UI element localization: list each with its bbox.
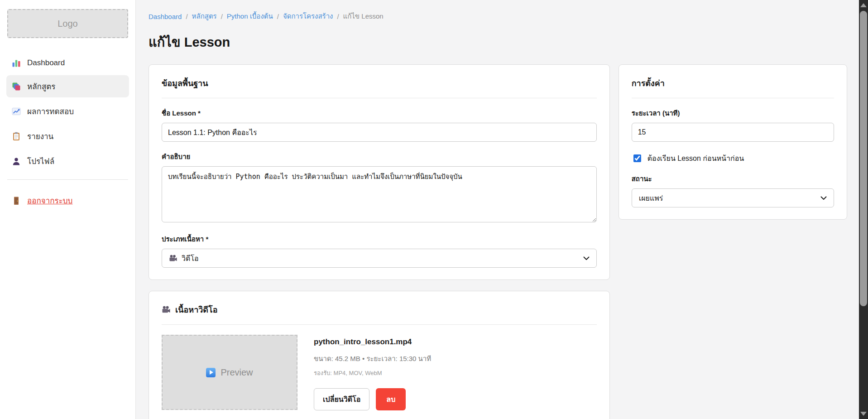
chevron-down-icon: [583, 256, 590, 260]
video-card-title-label: เนื้อหาวิดีโอ: [175, 303, 218, 316]
sidebar-item-courses[interactable]: หลักสูตร: [6, 75, 129, 97]
lesson-name-input[interactable]: [162, 123, 597, 142]
card-divider: [632, 98, 834, 98]
bar-chart-icon: [12, 58, 21, 67]
breadcrumb-link-course[interactable]: Python เบื้องต้น: [227, 11, 273, 22]
logo-label: Logo: [58, 19, 78, 29]
movie-camera-icon: [162, 305, 171, 314]
chart-up-icon: [12, 107, 21, 116]
sidebar-item-label: โปรไฟล์: [27, 155, 54, 167]
sidebar-item-label: รายงาน: [27, 130, 53, 142]
video-row: Preview python_intro_lesson1.mp4 ขนาด: 4…: [162, 335, 597, 410]
breadcrumb-link-courses[interactable]: หลักสูตร: [192, 11, 217, 22]
page-title: แก้ไข Lesson: [149, 32, 847, 53]
video-details: python_intro_lesson1.mp4 ขนาด: 45.2 MB •…: [314, 335, 431, 410]
main-content: Dashboard / หลักสูตร / Python เบื้องต้น …: [136, 0, 859, 419]
video-formats: รองรับ: MP4, MOV, WebM: [314, 368, 431, 378]
basic-info-title: ข้อมูลพื้นฐาน: [162, 77, 597, 90]
sidebar-item-label: หลักสูตร: [27, 80, 55, 92]
card-divider: [162, 324, 597, 325]
door-icon: [12, 196, 21, 205]
books-icon: [12, 82, 21, 91]
prerequisite-checkbox[interactable]: [633, 154, 641, 162]
content-type-select[interactable]: วิดีโอ: [162, 249, 597, 268]
left-column: ข้อมูลพื้นฐาน ชื่อ Lesson * คำอธิบาย บทเ…: [149, 64, 610, 419]
video-content-card: เนื้อหาวิดีโอ Preview python_intro_lesso…: [149, 291, 610, 419]
prerequisite-label: ต้องเรียน Lesson ก่อนหน้าก่อน: [647, 153, 744, 164]
clipboard-icon: [12, 132, 21, 141]
video-meta: ขนาด: 45.2 MB • ระยะเวลา: 15:30 นาที: [314, 353, 431, 364]
prerequisite-row: ต้องเรียน Lesson ก่อนหน้าก่อน: [632, 153, 834, 164]
breadcrumb-separator: /: [186, 13, 187, 20]
logout-link[interactable]: ออกจากระบบ: [6, 191, 78, 210]
content-layout: ข้อมูลพื้นฐาน ชื่อ Lesson * คำอธิบาย บทเ…: [149, 64, 847, 419]
lesson-name-label: ชื่อ Lesson *: [162, 108, 597, 119]
description-label: คำอธิบาย: [162, 151, 597, 162]
scrollbar-thumb[interactable]: [860, 11, 867, 306]
sidebar-item-profile[interactable]: โปรไฟล์: [6, 150, 129, 172]
breadcrumb-separator: /: [221, 13, 223, 20]
breadcrumb-separator: /: [337, 13, 339, 20]
video-filename: python_intro_lesson1.mp4: [314, 337, 431, 347]
duration-input[interactable]: [632, 123, 834, 142]
settings-title: การตั้งค่า: [632, 77, 834, 90]
video-preview[interactable]: Preview: [162, 335, 297, 410]
breadcrumb: Dashboard / หลักสูตร / Python เบื้องต้น …: [149, 11, 847, 22]
person-icon: [12, 157, 21, 166]
delete-video-button[interactable]: ลบ: [376, 388, 406, 410]
breadcrumb-link-structure[interactable]: จัดการโครงสร้าง: [283, 11, 333, 22]
basic-info-card: ข้อมูลพื้นฐาน ชื่อ Lesson * คำอธิบาย บทเ…: [149, 64, 610, 280]
play-icon: [206, 368, 216, 377]
sidebar-item-label: ผลการทดสอบ: [27, 105, 74, 117]
breadcrumb-separator: /: [277, 13, 279, 20]
sidebar-divider: [7, 179, 128, 180]
status-label: สถานะ: [632, 173, 834, 184]
scroll-down-arrow-icon[interactable]: [860, 412, 867, 416]
video-buttons: เปลี่ยนวิดีโอ ลบ: [314, 388, 431, 410]
card-divider: [162, 98, 597, 98]
right-column: การตั้งค่า ระยะเวลา (นาที) ต้องเรียน Les…: [619, 64, 847, 220]
duration-label: ระยะเวลา (นาที): [632, 108, 834, 119]
preview-label: Preview: [221, 367, 253, 378]
sidebar-item-reports[interactable]: รายงาน: [6, 125, 129, 147]
logo: Logo: [7, 9, 128, 38]
breadcrumb-current: แก้ไข Lesson: [343, 11, 384, 22]
breadcrumb-link-dashboard[interactable]: Dashboard: [149, 13, 182, 20]
sidebar-item-label: Dashboard: [27, 58, 65, 67]
status-select[interactable]: เผยแพร่: [632, 188, 834, 207]
sidebar: Logo Dashboard หลักสูตร ผ: [0, 0, 136, 419]
description-textarea[interactable]: บทเรียนนี้จะอธิบายว่า Python คืออะไร ประ…: [162, 166, 597, 222]
change-video-button[interactable]: เปลี่ยนวิดีโอ: [314, 388, 369, 410]
chevron-down-icon: [820, 196, 827, 200]
content-type-value: วิดีโอ: [182, 253, 199, 264]
sidebar-item-test-results[interactable]: ผลการทดสอบ: [6, 100, 129, 122]
sidebar-item-dashboard[interactable]: Dashboard: [6, 53, 129, 72]
status-value: เผยแพร่: [639, 193, 663, 204]
sidebar-nav: Dashboard หลักสูตร ผลการทดสอบ: [0, 53, 135, 172]
content-type-label: ประเภทเนื้อหา *: [162, 234, 597, 245]
scroll-up-arrow-icon[interactable]: [860, 3, 867, 7]
vertical-scrollbar[interactable]: [859, 0, 868, 419]
settings-card: การตั้งค่า ระยะเวลา (นาที) ต้องเรียน Les…: [619, 64, 847, 220]
video-card-title: เนื้อหาวิดีโอ: [162, 303, 597, 316]
movie-camera-icon: [169, 254, 177, 263]
logout-label: ออกจากระบบ: [27, 194, 72, 207]
